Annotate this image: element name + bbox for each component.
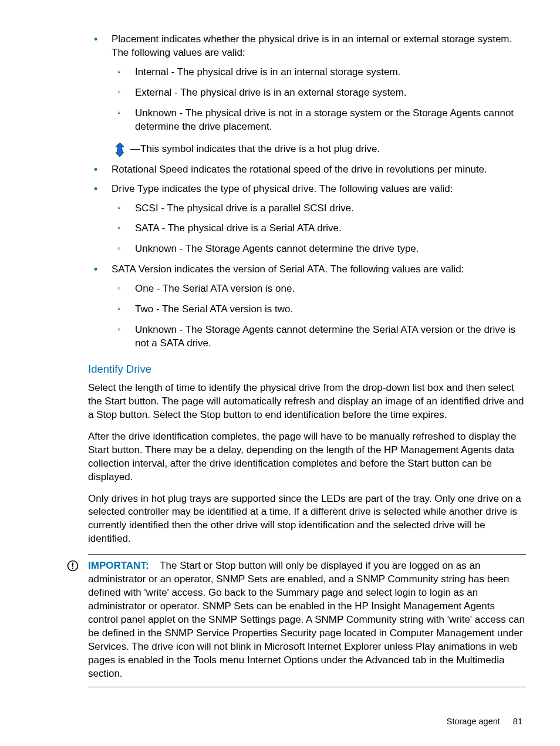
sub-bullet-text: One - The Serial ATA version is one. xyxy=(135,283,295,294)
bullet-text: SATA Version indicates the version of Se… xyxy=(112,264,464,275)
sub-bullet-text: Unknown - The physical drive is not in a… xyxy=(135,107,514,132)
bullet-text: Placement indicates whether the physical… xyxy=(112,33,512,58)
sub-bullet-text: Unknown - The Storage Agents cannot dete… xyxy=(135,324,515,349)
page-content: Placement indicates whether the physical… xyxy=(0,0,560,687)
identify-paragraph-2: After the drive identification completes… xyxy=(88,430,526,484)
sub-bullet-text: Unknown - The Storage Agents cannot dete… xyxy=(135,243,419,254)
identify-paragraph-1: Select the length of time to identify th… xyxy=(88,382,526,422)
footer-page-number: 81 xyxy=(513,717,522,726)
identify-paragraph-3: Only drives in hot plug trays are suppor… xyxy=(88,492,526,546)
sub-bullet: Two - The Serial ATA version is two. xyxy=(112,303,526,316)
sub-bullet-text: SATA - The physical drive is a Serial AT… xyxy=(135,222,342,234)
sub-bullet: Internal - The physical drive is in an i… xyxy=(112,66,526,79)
important-text: The Start or Stop button will only be di… xyxy=(88,560,525,679)
sub-bullet: SATA - The physical drive is a Serial AT… xyxy=(112,222,526,235)
bullet-placement: Placement indicates whether the physical… xyxy=(88,33,526,157)
important-block: IMPORTANT: The Start or Stop button will… xyxy=(88,554,526,687)
bullet-text: Rotational Speed indicates the rotationa… xyxy=(112,164,487,175)
hotplug-symbol-row: —This symbol indicates that the drive is… xyxy=(112,142,526,157)
hotplug-text: —This symbol indicates that the drive is… xyxy=(130,143,380,156)
bullet-list-level1: Placement indicates whether the physical… xyxy=(88,33,526,350)
page-footer: Storage agent 81 xyxy=(447,717,522,726)
bullet-drive-type: Drive Type indicates the type of physica… xyxy=(88,183,526,256)
sub-bullet: Unknown - The Storage Agents cannot dete… xyxy=(112,242,526,256)
bullet-list-level2: One - The Serial ATA version is one. Two… xyxy=(112,282,526,350)
sub-bullet: Unknown - The physical drive is not in a… xyxy=(112,107,526,134)
hotplug-drive-icon xyxy=(112,142,128,157)
identify-drive-heading: Identify Drive xyxy=(88,362,526,377)
sub-bullet: SCSI - The physical drive is a parallel … xyxy=(112,202,526,215)
bullet-text: Drive Type indicates the type of physica… xyxy=(112,183,453,194)
important-icon xyxy=(67,560,79,576)
svg-rect-1 xyxy=(72,563,73,567)
sub-bullet-text: External - The physical drive is in an e… xyxy=(135,87,407,98)
footer-section: Storage agent xyxy=(447,717,500,726)
bullet-sata-version: SATA Version indicates the version of Se… xyxy=(88,263,526,350)
sub-bullet: External - The physical drive is in an e… xyxy=(112,86,526,100)
sub-bullet: Unknown - The Storage Agents cannot dete… xyxy=(112,323,526,350)
sub-bullet-text: SCSI - The physical drive is a parallel … xyxy=(135,202,354,214)
important-label: IMPORTANT: xyxy=(88,560,149,571)
bullet-rotational: Rotational Speed indicates the rotationa… xyxy=(88,163,526,177)
bullet-list-level2: SCSI - The physical drive is a parallel … xyxy=(112,202,526,256)
svg-rect-2 xyxy=(72,568,73,569)
sub-bullet-text: Internal - The physical drive is in an i… xyxy=(135,66,400,77)
sub-bullet: One - The Serial ATA version is one. xyxy=(112,282,526,296)
important-callout: IMPORTANT: The Start or Stop button will… xyxy=(88,554,526,687)
sub-bullet-text: Two - The Serial ATA version is two. xyxy=(135,303,293,315)
bullet-list-level2: Internal - The physical drive is in an i… xyxy=(112,66,526,134)
